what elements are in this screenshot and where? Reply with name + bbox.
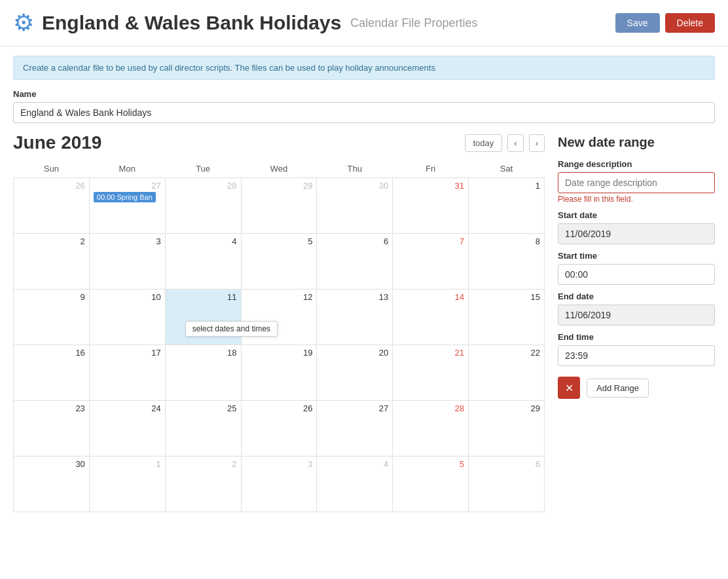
day-number: 4 bbox=[321, 459, 388, 469]
range-description-label: Range description bbox=[558, 159, 715, 169]
calendar-month-year: June 2019 bbox=[13, 132, 460, 153]
day-number: 31 bbox=[397, 181, 464, 191]
calendar-cell[interactable]: 22 bbox=[469, 345, 545, 401]
day-number: 27 bbox=[94, 181, 161, 191]
delete-button[interactable]: Delete bbox=[665, 13, 715, 33]
calendar-cell[interactable]: 2 bbox=[165, 457, 241, 512]
calendar-cell[interactable]: 4 bbox=[317, 457, 393, 512]
calendar-cell[interactable]: 5 bbox=[241, 234, 317, 290]
calendar-cell[interactable]: 21 bbox=[393, 345, 469, 401]
calendar-cell[interactable]: 26 bbox=[14, 178, 90, 234]
name-input[interactable] bbox=[13, 102, 715, 123]
start-date-input[interactable] bbox=[558, 223, 715, 244]
day-number: 11 bbox=[170, 292, 237, 302]
calendar-cell[interactable]: 4 bbox=[165, 234, 241, 290]
calendar-cell[interactable]: 29 bbox=[469, 401, 545, 457]
calendar-row: 30 1 2 3 4 5 bbox=[14, 457, 545, 512]
calendar-cell[interactable]: 13 bbox=[317, 290, 393, 345]
calendar-cell[interactable]: 30 bbox=[14, 457, 90, 512]
day-number: 6 bbox=[321, 236, 388, 246]
day-number: 25 bbox=[170, 403, 237, 413]
calendar-cell[interactable]: 2 bbox=[14, 234, 90, 290]
info-banner: Create a calendar file to be used by cal… bbox=[13, 56, 715, 80]
end-time-input[interactable] bbox=[558, 345, 715, 366]
calendar-row: 16 17 18 19 20 21 bbox=[14, 345, 545, 401]
calendar-cell[interactable]: 16 bbox=[14, 345, 90, 401]
calendar-cell[interactable]: 7 bbox=[393, 234, 469, 290]
calendar-cell[interactable]: 5 bbox=[393, 457, 469, 512]
calendar-cell[interactable]: 28 bbox=[165, 178, 241, 234]
calendar-cell[interactable]: 31 bbox=[393, 178, 469, 234]
calendar-grid: Sun Mon Tue Wed Thu Fri Sat 26 27 bbox=[13, 160, 545, 512]
start-time-input[interactable] bbox=[558, 264, 715, 285]
calendar-cell[interactable]: 17 bbox=[89, 345, 165, 401]
day-number: 18 bbox=[170, 348, 237, 358]
day-number: 10 bbox=[94, 292, 161, 302]
calendar-cell[interactable]: 29 bbox=[241, 178, 317, 234]
calendar-cell[interactable]: 27 00:00 Spring Ban bbox=[89, 178, 165, 234]
title-area: ⚙ England & Wales Bank Holidays Calendar… bbox=[13, 9, 615, 37]
col-sun: Sun bbox=[14, 160, 90, 178]
today-button[interactable]: today bbox=[465, 134, 503, 152]
calendar-cell[interactable]: 23 bbox=[14, 401, 90, 457]
info-text: Create a calendar file to be used by cal… bbox=[23, 63, 435, 73]
panel-bottom: ✕ Add Range bbox=[558, 377, 715, 399]
calendar-cell[interactable]: 19 bbox=[241, 345, 317, 401]
page-subtitle: Calendar File Properties bbox=[350, 16, 477, 30]
next-month-button[interactable]: › bbox=[529, 134, 545, 152]
day-number: 14 bbox=[397, 292, 464, 302]
day-number: 2 bbox=[18, 236, 85, 246]
calendar-cell[interactable]: 9 bbox=[14, 290, 90, 345]
calendar-cell[interactable]: 25 bbox=[165, 401, 241, 457]
day-number: 22 bbox=[473, 348, 540, 358]
clear-button[interactable]: ✕ bbox=[558, 377, 580, 399]
right-panel: New date range Range description Please … bbox=[558, 132, 715, 512]
prev-month-button[interactable]: ‹ bbox=[507, 134, 523, 152]
calendar-cell[interactable]: 24 bbox=[89, 401, 165, 457]
error-message: Please fill in this field. bbox=[558, 195, 715, 204]
tooltip: select dates and times bbox=[185, 321, 278, 337]
calendar-cell-selected[interactable]: 11 select dates and times bbox=[165, 290, 241, 345]
calendar-cell[interactable]: 3 bbox=[89, 234, 165, 290]
calendar-cell[interactable]: 14 bbox=[393, 290, 469, 345]
day-number: 26 bbox=[18, 181, 85, 191]
end-date-input[interactable] bbox=[558, 305, 715, 326]
calendar-cell[interactable]: 26 bbox=[241, 401, 317, 457]
col-tue: Tue bbox=[165, 160, 241, 178]
name-section: Name bbox=[0, 89, 728, 132]
day-number: 12 bbox=[246, 292, 313, 302]
save-button[interactable]: Save bbox=[615, 13, 660, 33]
calendar-cell[interactable]: 28 bbox=[393, 401, 469, 457]
calendar-cell[interactable]: 8 bbox=[469, 234, 545, 290]
day-number: 5 bbox=[397, 459, 464, 469]
event-badge[interactable]: 00:00 Spring Ban bbox=[94, 192, 156, 202]
day-number: 26 bbox=[246, 403, 313, 413]
calendar-cell[interactable]: 30 bbox=[317, 178, 393, 234]
day-number: 17 bbox=[94, 348, 161, 358]
day-number: 8 bbox=[473, 236, 540, 246]
day-number: 13 bbox=[321, 292, 388, 302]
day-number: 5 bbox=[246, 236, 313, 246]
calendar-cell[interactable]: 10 bbox=[89, 290, 165, 345]
calendar-cell[interactable]: 15 bbox=[469, 290, 545, 345]
calendar-cell[interactable]: 27 bbox=[317, 401, 393, 457]
calendar-cell[interactable]: 3 bbox=[241, 457, 317, 512]
start-time-label: Start time bbox=[558, 251, 715, 261]
calendar-cell[interactable]: 18 bbox=[165, 345, 241, 401]
calendar-row: 23 24 25 26 27 28 bbox=[14, 401, 545, 457]
calendar-row: 2 3 4 5 6 7 bbox=[14, 234, 545, 290]
day-number: 4 bbox=[170, 236, 237, 246]
calendar-section: June 2019 today ‹ › Sun Mon Tue Wed Thu … bbox=[13, 132, 545, 512]
calendar-cell[interactable]: 20 bbox=[317, 345, 393, 401]
col-fri: Fri bbox=[393, 160, 469, 178]
day-number: 24 bbox=[94, 403, 161, 413]
calendar-cell[interactable]: 1 bbox=[89, 457, 165, 512]
add-range-button[interactable]: Add Range bbox=[587, 379, 649, 398]
calendar-cell[interactable]: 1 bbox=[469, 178, 545, 234]
calendar-cell[interactable]: 6 bbox=[469, 457, 545, 512]
range-description-input[interactable] bbox=[558, 172, 715, 193]
day-number: 29 bbox=[246, 181, 313, 191]
day-number: 9 bbox=[18, 292, 85, 302]
day-number: 23 bbox=[18, 403, 85, 413]
calendar-cell[interactable]: 6 bbox=[317, 234, 393, 290]
